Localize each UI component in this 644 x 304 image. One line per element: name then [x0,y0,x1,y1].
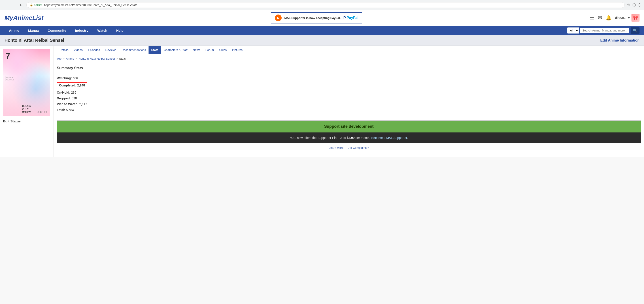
breadcrumb-anime[interactable]: Anime [66,57,74,60]
back-button[interactable]: ← [3,2,9,8]
nav-item-help[interactable]: Help [112,26,128,35]
nav-bar: Anime Manga Community Industry Watch Hel… [0,26,644,35]
edit-status-label: Edit Status [3,119,50,123]
breadcrumb-sep-3: > [116,57,118,60]
browser-chrome: ← → ↻ 🔒 Secure https://myanimelist.net/a… [0,0,644,10]
forward-button[interactable]: → [10,2,16,8]
support-title: Support site development [324,124,374,129]
left-sidebar: 7 ほんとにあった！霊媒先生 松本ひでき RIVAL&COMICS Edit S… [0,46,54,157]
stat-plan-to-watch: Plan to Watch: 2,117 [57,101,641,107]
header-right: ☰ ✉ 🔔 dlee342 ▾ 🎀 [590,14,640,22]
tab-details[interactable]: Details [57,46,71,54]
tab-recommendations[interactable]: Recommendations [119,46,148,54]
tab-news[interactable]: News [190,46,203,54]
stat-total: Total: 5,584 [57,107,641,113]
search-type-select[interactable]: All [567,27,579,33]
stat-dropped: Dropped: 528 [57,95,641,101]
ad-complaints-link[interactable]: Ad Complaints? [348,146,369,150]
address-bar[interactable]: 🔒 Secure https://myanimelist.net/anime/1… [26,2,625,8]
tab-pictures[interactable]: Pictures [229,46,245,54]
breadcrumb-top[interactable]: Top [57,57,62,60]
avatar: 🎀 [632,14,640,22]
cover-author: 松本ひでき [38,111,48,114]
extensions-button[interactable]: ⬡ [638,2,641,7]
browser-actions: ☆ ⬡ ⬡ [627,2,641,7]
support-banner-top: Support site development [57,121,641,133]
support-description: MAL now offers the Supporter Plan. Just … [290,136,408,140]
support-footer: Learn More | Ad Complaints? [57,143,641,152]
breadcrumb-sep-2: > [76,57,77,60]
nav-item-manga[interactable]: Manga [24,26,44,35]
cover-publisher: RIVAL&COMICS [6,76,15,81]
bookmark-button[interactable]: ☆ [627,2,630,7]
breadcrumb-sep-1: > [63,57,65,60]
dropdown-arrow-icon: ▾ [628,16,630,20]
tab-clubs[interactable]: Clubs [216,46,229,54]
cover-manga-text: ほんとにあった！霊媒先生 [22,104,31,114]
secure-badge: 🔒 Secure [30,3,42,6]
paypal-logo: P PayPal [343,16,358,20]
username: dlee342 [615,16,626,20]
cover-art: 7 ほんとにあった！霊媒先生 松本ひでき RIVAL&COMICS [3,49,50,116]
cover-image: 7 ほんとにあった！霊媒先生 松本ひでき RIVAL&COMICS [3,49,50,116]
tab-stats[interactable]: Stats [148,46,161,54]
tab-characters-staff[interactable]: Characters & Staff [161,46,190,54]
breadcrumb-current: Stats [119,57,126,60]
stats-title: Summary Stats [57,66,641,72]
mail-icon[interactable]: ✉ [598,15,602,21]
tab-videos[interactable]: Videos [71,46,86,54]
stats-content: Summary Stats Watching: 406 Completed: 2… [54,63,644,116]
search-input[interactable] [580,28,629,33]
url-text: https://myanimelist.net/anime/10338/Hont… [44,3,622,7]
stat-completed-wrapper: Completed: 2,248 [57,82,641,89]
become-supporter-link[interactable]: Become a MAL Supporter [371,136,407,140]
content-area: 7 ほんとにあった！霊媒先生 松本ひでき RIVAL&COMICS Edit S… [0,46,644,157]
tabs: Details Videos Episodes Reviews Recommen… [54,46,644,54]
tab-reviews[interactable]: Reviews [103,46,119,54]
main-content: Details Videos Episodes Reviews Recommen… [54,46,644,157]
edit-status-divider [3,125,44,125]
breadcrumb: Top > Anime > Honto ni Atta! Reibai Sens… [54,54,644,63]
support-price: $2.99 [347,136,354,140]
page-title: Honto ni Atta! Reibai Sensei [4,38,64,43]
reload-button[interactable]: ↻ [18,2,24,8]
stat-watching: Watching: 406 [57,75,641,81]
bell-icon[interactable]: 🔔 [606,15,612,21]
mal-logo[interactable]: MyAnimeList [4,14,44,21]
paypal-banner[interactable]: ▶ MAL Supporter is now accepting PayPal.… [271,12,362,23]
stat-onhold: On-Hold: 285 [57,90,641,95]
nav-item-watch[interactable]: Watch [93,26,112,35]
nav-item-anime[interactable]: Anime [4,26,24,35]
cast-button[interactable]: ⬡ [632,2,636,7]
avatar-image: 🎀 [632,14,640,22]
banner-text: MAL Supporter is now accepting PayPal. [284,16,341,20]
footer-divider: | [346,146,346,150]
play-icon: ▶ [275,14,282,21]
edit-anime-link[interactable]: Edit Anime Information [600,38,640,42]
user-menu[interactable]: dlee342 ▾ 🎀 [615,14,640,22]
support-banner-bottom: MAL now offers the Supporter Plan. Just … [57,133,641,143]
browser-nav-buttons: ← → ↻ [3,2,24,8]
mal-header: MyAnimeList ▶ MAL Supporter is now accep… [0,10,644,26]
support-banner: Support site development MAL now offers … [57,120,641,152]
cover-number: 7 [6,52,10,61]
nav-item-community[interactable]: Community [43,26,71,35]
tab-forum[interactable]: Forum [203,46,217,54]
tab-episodes[interactable]: Episodes [85,46,102,54]
learn-more-link[interactable]: Learn More [328,146,343,150]
page-title-bar: Honto ni Atta! Reibai Sensei Edit Anime … [0,35,644,46]
search-button[interactable]: 🔍 [630,27,640,34]
nav-item-industry[interactable]: Industry [71,26,93,35]
breadcrumb-series[interactable]: Honto ni Atta! Reibai Sensei [78,57,115,60]
menu-icon[interactable]: ☰ [590,15,594,21]
nav-search: All 🔍 [567,27,640,34]
stat-completed: Completed: 2,248 [57,82,87,88]
